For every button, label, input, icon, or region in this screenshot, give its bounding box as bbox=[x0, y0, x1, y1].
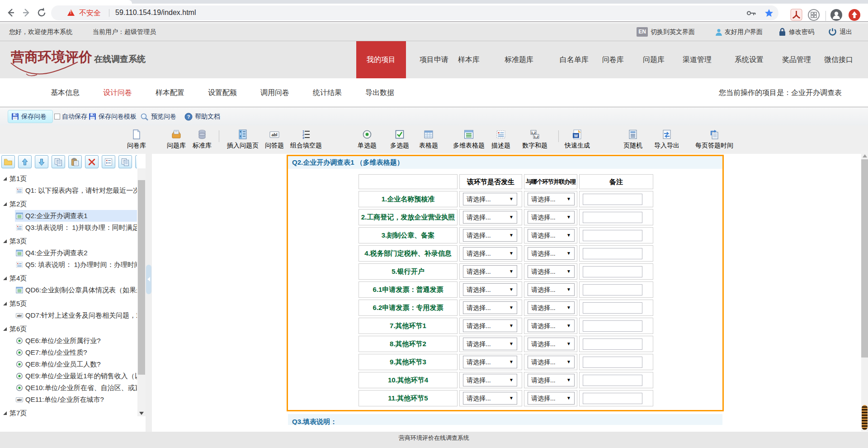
select-parallel-step[interactable]: 请选择...▼ bbox=[528, 247, 575, 260]
tree-question-node[interactable]: Q3:填表说明： 1)并联办理：同时满足 bbox=[0, 222, 137, 234]
tree-page-node[interactable]: 第3页 bbox=[0, 235, 137, 247]
remark-input[interactable] bbox=[583, 320, 642, 332]
nav-item-5[interactable]: 白名单库 bbox=[560, 41, 589, 78]
expand-triangle-icon[interactable] bbox=[3, 177, 7, 181]
select-parallel-step[interactable]: 请选择...▼ bbox=[528, 229, 575, 242]
select-step-occurred[interactable]: 请选择...▼ bbox=[463, 211, 517, 224]
nav-item-2[interactable]: 项目申请 bbox=[420, 41, 448, 78]
expand-triangle-icon[interactable] bbox=[3, 302, 7, 305]
expand-triangle-icon[interactable] bbox=[3, 411, 7, 415]
extension-circle-icon[interactable] bbox=[807, 9, 820, 21]
tree-question-node[interactable]: QE9:单位/企业最近1年的销售收入（以 bbox=[0, 370, 137, 382]
tree-scroll-down-icon[interactable] bbox=[139, 412, 144, 415]
select-step-occurred[interactable]: 请选择...▼ bbox=[463, 283, 517, 296]
main-scroll-up-icon[interactable] bbox=[863, 154, 867, 157]
tree-toolbar-delete-button[interactable] bbox=[85, 155, 99, 168]
splitter-collapse-handle[interactable] bbox=[146, 265, 151, 294]
nav-item-10[interactable]: 奖品管理 bbox=[782, 41, 811, 78]
select-step-occurred[interactable]: 请选择...▼ bbox=[463, 247, 517, 260]
select-step-occurred[interactable]: 请选择...▼ bbox=[463, 301, 517, 314]
tree-toolbar-folder-button[interactable] bbox=[1, 155, 15, 168]
back-icon[interactable] bbox=[5, 6, 17, 19]
tree-toolbar-question-list-button[interactable] bbox=[102, 155, 115, 168]
remark-input[interactable] bbox=[583, 230, 642, 241]
main-scrollbar-thumb[interactable] bbox=[861, 159, 868, 357]
nav-item-9[interactable]: 系统设置 bbox=[735, 41, 764, 78]
security-warning-icon[interactable] bbox=[67, 10, 75, 16]
tree-question-node[interactable]: QE8:单位/企业员工人数? bbox=[0, 358, 137, 370]
preview-questionnaire-button[interactable]: 预览问卷 bbox=[140, 108, 176, 125]
select-step-occurred[interactable]: 请选择...▼ bbox=[463, 338, 517, 350]
select-step-occurred[interactable]: 请选择...▼ bbox=[463, 356, 517, 368]
address-bar[interactable]: 不安全 59.110.154.19/index.html bbox=[51, 5, 778, 20]
logout-link[interactable]: 退出 bbox=[840, 28, 852, 36]
select-parallel-step[interactable]: 请选择...▼ bbox=[528, 338, 575, 350]
en-badge-icon[interactable]: EN bbox=[637, 27, 648, 37]
select-step-occurred[interactable]: 请选择...▼ bbox=[463, 265, 517, 278]
tree-page-node[interactable]: 第7页 bbox=[0, 407, 137, 419]
remark-input[interactable] bbox=[583, 302, 642, 314]
nav-item-6[interactable]: 问卷库 bbox=[602, 41, 624, 78]
tree-question-node[interactable]: Q2:企业开办调查表1 bbox=[0, 210, 137, 222]
tree-page-node[interactable]: 第1页 bbox=[0, 173, 137, 185]
select-step-occurred[interactable]: 请选择...▼ bbox=[463, 319, 517, 332]
tree-question-node[interactable]: Q4:企业开办调查表2 bbox=[0, 247, 137, 259]
question-panel-q3[interactable]: Q3.填表说明： bbox=[288, 414, 722, 425]
tree-toolbar-move-up-button[interactable] bbox=[18, 155, 32, 168]
remark-input[interactable] bbox=[583, 248, 642, 259]
select-step-occurred[interactable]: 请选择...▼ bbox=[463, 229, 517, 242]
tree-question-node[interactable]: ablQD7:针对上述业务及问卷相关问题，欢 bbox=[0, 310, 137, 321]
nav-item-1[interactable]: 我的项目 bbox=[356, 41, 406, 78]
reload-icon[interactable] bbox=[35, 6, 48, 19]
select-parallel-step[interactable]: 请选择...▼ bbox=[528, 211, 575, 224]
tree-question-node[interactable]: Q1: 以下报表内容，请针对您最近一次 bbox=[0, 185, 137, 196]
expand-triangle-icon[interactable] bbox=[3, 276, 7, 280]
save-questionnaire-button[interactable]: 保存问卷 bbox=[11, 108, 47, 125]
lang-switch-link[interactable]: 切换到英文界面 bbox=[651, 28, 695, 36]
nav-item-8[interactable]: 渠道管理 bbox=[683, 41, 712, 78]
help-doc-button[interactable]: ? 帮助文档 bbox=[184, 108, 220, 125]
select-step-occurred[interactable]: 请选择...▼ bbox=[463, 374, 517, 386]
profile-avatar[interactable] bbox=[830, 9, 843, 21]
subnav-item-4[interactable]: 设置配额 bbox=[208, 78, 237, 107]
tree-question-node[interactable]: QE10:单位/企业所在省、自治区、或直 bbox=[0, 382, 137, 394]
remark-input[interactable] bbox=[583, 375, 642, 386]
subnav-item-7[interactable]: 导出数据 bbox=[365, 78, 394, 107]
expand-triangle-icon[interactable] bbox=[3, 239, 7, 243]
forward-icon[interactable] bbox=[20, 6, 33, 19]
select-step-occurred[interactable]: 请选择...▼ bbox=[463, 392, 517, 405]
tree-page-node[interactable]: 第5页 bbox=[0, 298, 137, 310]
nav-item-3[interactable]: 样本库 bbox=[458, 41, 480, 78]
change-password-link[interactable]: 修改密码 bbox=[789, 28, 814, 36]
security-warning-label[interactable]: 不安全 bbox=[79, 9, 101, 18]
palette-word-button[interactable]: W快速生成 bbox=[548, 128, 607, 150]
remark-input[interactable] bbox=[583, 212, 642, 223]
password-key-icon[interactable] bbox=[746, 9, 756, 17]
select-parallel-step[interactable]: 请选择...▼ bbox=[528, 283, 575, 296]
nav-item-11[interactable]: 微信接口 bbox=[824, 41, 853, 78]
tree-toolbar-copy-page-button[interactable] bbox=[118, 155, 132, 168]
tree-toolbar-copy-button[interactable] bbox=[52, 155, 65, 168]
tree-question-node[interactable]: Q5: 填表说明： 1)办理时间：办理时间 bbox=[0, 259, 137, 271]
expand-triangle-icon[interactable] bbox=[3, 202, 7, 206]
select-step-occurred[interactable]: 请选择...▼ bbox=[463, 193, 517, 205]
save-template-button[interactable]: 保存问卷模板 bbox=[89, 108, 137, 125]
main-scrollbar[interactable] bbox=[861, 151, 868, 431]
select-parallel-step[interactable]: 请选择...▼ bbox=[528, 265, 575, 278]
remark-input[interactable] bbox=[583, 266, 642, 277]
remark-input[interactable] bbox=[583, 393, 642, 404]
select-parallel-step[interactable]: 请选择...▼ bbox=[528, 193, 575, 205]
tree-toolbar-copy-question-button[interactable] bbox=[135, 155, 137, 168]
red-extension-icon[interactable] bbox=[848, 9, 861, 21]
subnav-item-6[interactable]: 统计结果 bbox=[313, 78, 342, 107]
tree-toolbar-paste-button[interactable] bbox=[68, 155, 82, 168]
autosave-checkbox[interactable]: 自动保存 bbox=[54, 108, 87, 125]
palette-numlist-button[interactable]: 123组合填空题 bbox=[277, 128, 335, 150]
tree-page-node[interactable]: 第2页 bbox=[0, 198, 137, 210]
select-parallel-step[interactable]: 请选择...▼ bbox=[528, 301, 575, 314]
select-parallel-step[interactable]: 请选择...▼ bbox=[528, 374, 575, 386]
remark-input[interactable] bbox=[583, 284, 642, 295]
tree-question-node[interactable]: ablQE11:单位/企业所在城市? bbox=[0, 394, 137, 405]
tree-scrollbar-thumb[interactable] bbox=[138, 180, 145, 375]
tree-page-node[interactable]: 第6页 bbox=[0, 323, 137, 335]
